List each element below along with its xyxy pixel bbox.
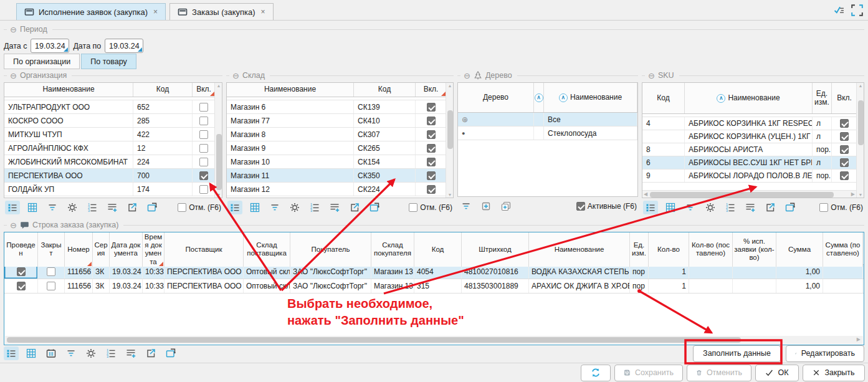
table-row[interactable]: ПЕРСПЕКТИВА ООО 700 [4,169,214,183]
include-checkbox[interactable] [840,171,849,180]
table-row[interactable]: Магазин 8 СК307 [227,128,446,141]
include-checkbox[interactable] [427,171,436,180]
order-row[interactable]: 111656 ЗК 19.03.24 10:33 ПЕРСПЕКТИВА ООО… [4,265,864,279]
close-button[interactable]: Закрыть [803,365,865,381]
column-incl[interactable]: Вкл. [193,83,216,97]
settings-icon[interactable] [703,201,718,214]
filter-icon[interactable] [683,201,698,214]
settings-icon[interactable] [65,201,80,214]
include-checkbox[interactable] [199,185,208,194]
include-checkbox[interactable] [199,117,208,125]
include-checkbox[interactable] [840,158,849,167]
numbered-list-icon[interactable] [723,201,738,214]
tree-row[interactable]: ⊕ Все [458,113,637,127]
filter-icon[interactable] [45,201,60,214]
column-code[interactable]: Код [414,232,462,267]
horizontal-scrollbar[interactable]: ◀ ▶ [642,190,856,198]
include-checkbox[interactable] [199,171,208,180]
table-row[interactable]: АГРОЛАЙНПЛЮС КФХ 12 [4,141,214,155]
save-button[interactable]: Сохранить [614,365,683,381]
posted-checkbox[interactable] [17,267,26,276]
cancel-button[interactable]: Отменить [687,365,751,381]
fullscreen-icon[interactable] [851,4,863,16]
include-checkbox[interactable] [199,158,208,166]
open-external-icon[interactable] [347,201,362,214]
table-row[interactable]: Магазин 9 СК265 [227,141,446,155]
marked-checkbox[interactable]: Отм. (F6) [409,203,452,212]
collapse-icon[interactable]: ⊖ [232,72,239,80]
include-checkbox[interactable] [840,145,849,154]
table-row[interactable]: ГОЛДАЙК УП 174 [4,183,214,196]
posted-checkbox[interactable] [17,282,26,290]
include-checkbox[interactable] [199,130,208,139]
column-series[interactable]: Серия [93,232,110,267]
requery-icon[interactable] [163,346,178,360]
collapse-icon[interactable]: ⊖ [10,221,17,229]
open-external-icon[interactable] [125,201,140,214]
include-checkbox[interactable] [427,144,436,153]
calendar-icon[interactable] [44,346,59,360]
column-name[interactable]: ∧Наименование [685,83,813,113]
date-from-input[interactable]: 19.03.24 [31,39,69,53]
table-row[interactable]: Магазин 10 СК154 [227,155,446,169]
add-list-icon[interactable] [743,201,758,214]
include-checkbox[interactable] [199,103,208,112]
table-row[interactable]: МИТКУШ ЧТУП 422 [4,128,214,141]
tree-row[interactable]: ● Стеклопосуда [458,127,637,140]
column-unit[interactable]: Ед. изм. [630,232,649,267]
table-row[interactable]: УЛЬТРАПРОДУКТ ООО 652 [4,100,214,114]
column-number[interactable]: Номер [65,232,93,267]
grid-view-icon[interactable] [247,201,262,214]
column-name[interactable]: Наименование [529,232,630,267]
marked-checkbox[interactable]: Отм. (F6) [178,203,221,212]
tab-by-organization[interactable]: По организации [4,54,80,69]
column-name[interactable]: Наименование [4,83,133,97]
closed-checkbox[interactable] [47,282,55,290]
grid-view-icon[interactable] [24,346,39,360]
column-buyer[interactable]: Покупатель [290,232,371,267]
collapse-icon[interactable]: ⊖ [464,72,470,80]
table-row[interactable]: 4 АБРИКОС КОРЗИНКА 1КГ RESPECT л [642,117,856,130]
vertical-scrollbar[interactable]: ▲ ▼ [446,83,453,198]
table-row[interactable]: Магазин 12 СК224 [227,183,446,196]
horizontal-scrollbar[interactable]: ▶ [5,336,863,344]
add-list-icon[interactable] [123,346,138,360]
column-pct-request[interactable]: % исп. заявки (кол-во) [733,232,776,267]
table-row[interactable]: 9 АБРИКОСЫ ЛОРАДО ПОЛОВ.В ЛЕГ. пор. [642,170,856,183]
open-external-icon[interactable] [763,201,778,214]
marked-checkbox[interactable]: Отм. (F6) [819,203,863,212]
open-external-icon[interactable] [143,346,158,360]
tab-by-product[interactable]: По товару [81,54,136,69]
column-barcode[interactable]: Штрихкод [462,232,529,267]
list-view-icon[interactable] [643,201,658,214]
column-posted[interactable]: Проведен [4,232,38,267]
settings-icon[interactable] [83,346,98,360]
list-view-icon[interactable] [227,201,242,214]
column-unit[interactable]: Ед. изм. [813,83,832,113]
expand-icon[interactable]: ⊕ [458,113,534,126]
sort-column[interactable]: ∧ [534,83,544,112]
table-row[interactable]: Магазин 11 СК350 [227,169,446,183]
column-code[interactable]: Код [354,83,416,97]
table-row[interactable]: Магазин 77 СК410 [227,114,446,128]
refresh-button[interactable] [581,365,611,381]
column-doc-date[interactable]: Дата документа [110,232,143,267]
requery-icon[interactable] [367,201,382,214]
order-row[interactable]: 111656 ЗК 19.03.24 10:33 ПЕРСПЕКТИВА ООО… [4,279,864,294]
collapse-icon[interactable]: ⊖ [648,72,655,80]
column-qty-delivered[interactable]: Кол-во (поставлено) [689,232,733,267]
column-incl[interactable]: Вкл. [832,83,857,113]
collapse-icon[interactable]: ⊖ [10,26,17,34]
filter-icon[interactable] [64,346,79,360]
check-list-icon[interactable] [833,5,845,16]
close-icon[interactable]: × [153,7,158,16]
numbered-list-icon[interactable] [85,201,100,214]
column-code[interactable]: Код [133,83,193,97]
tab-orders[interactable]: Заказы (закупка) × [169,3,274,20]
table-row[interactable]: 6 АБРИКОСЫ ВЕС.СУШ 1КГ НЕТ БРЕНД л [642,156,856,170]
settings-icon[interactable] [287,201,302,214]
add-list-icon[interactable] [327,201,342,214]
add-list-icon[interactable] [105,201,120,214]
filter-icon[interactable] [459,199,474,213]
column-sum[interactable]: Сумма [776,232,823,267]
